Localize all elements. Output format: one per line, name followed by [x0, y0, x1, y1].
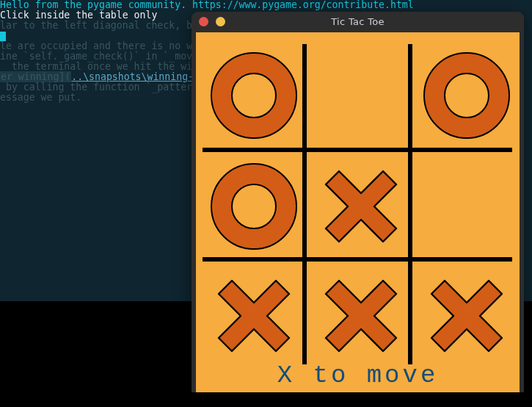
window-title: Tic Tac Toe	[192, 12, 524, 32]
piece-o	[211, 52, 297, 139]
piece-o-center	[231, 73, 277, 118]
board-gridline	[203, 148, 512, 152]
game-status: X to move	[196, 363, 520, 388]
minimize-icon[interactable]	[216, 17, 225, 26]
terminal-link[interactable]: ..\snapshots\winning-err	[71, 71, 211, 82]
terminal-line: Hello from the pygame community. https:/…	[0, 0, 532, 10]
board-cell-1-0[interactable]	[203, 155, 305, 258]
piece-x	[317, 272, 405, 360]
board-cell-2-0[interactable]	[203, 264, 305, 367]
piece-x	[210, 272, 298, 360]
tic-tac-toe-board[interactable]	[203, 44, 512, 364]
game-window: Tic Tac Toe X to move	[192, 12, 524, 392]
board-cell-1-1[interactable]	[310, 155, 412, 258]
window-titlebar[interactable]: Tic Tac Toe	[192, 12, 524, 32]
window-controls	[199, 17, 225, 26]
desktop-background	[0, 301, 191, 407]
board-cell-2-1[interactable]	[310, 264, 412, 367]
piece-o	[211, 163, 297, 250]
board-cell-0-0[interactable]	[203, 44, 305, 147]
board-cell-2-2[interactable]	[415, 264, 518, 367]
piece-o-center	[444, 73, 489, 118]
game-area: X to move	[196, 32, 520, 392]
piece-o-center	[231, 184, 277, 229]
board-cell-0-1[interactable]	[310, 44, 412, 147]
piece-x	[423, 272, 511, 360]
piece-x	[317, 162, 405, 251]
close-icon[interactable]	[199, 17, 208, 26]
board-cell-0-2[interactable]	[415, 44, 518, 147]
piece-o	[423, 52, 510, 139]
board-cell-1-2[interactable]	[415, 155, 518, 258]
